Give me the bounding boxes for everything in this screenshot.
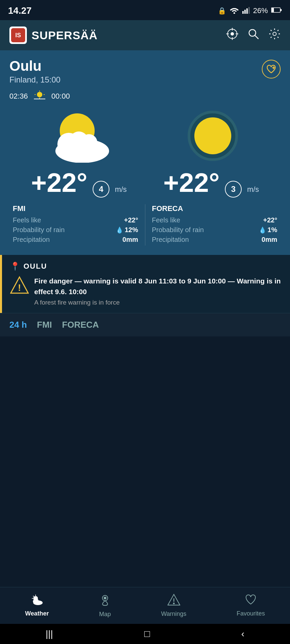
android-nav: ||| □ ‹ bbox=[0, 624, 290, 644]
partly-cloudy-icon bbox=[47, 109, 114, 163]
temp-row: +22° 4 m/s +22° 3 m/s bbox=[9, 169, 281, 198]
location-icon[interactable] bbox=[226, 28, 238, 43]
nav-warnings[interactable]: Warnings bbox=[161, 594, 186, 618]
fmi-rain-value: 💧 12% bbox=[116, 226, 138, 234]
foreca-feels-value: +22° bbox=[263, 216, 277, 224]
svg-point-43 bbox=[173, 603, 174, 604]
svg-line-35 bbox=[33, 596, 34, 597]
foreca-precip-value: 0mm bbox=[261, 236, 277, 244]
warning-subtitle: A forest fire warning is in force bbox=[34, 299, 282, 306]
foreca-rain-value: 💧 1% bbox=[259, 226, 277, 234]
tab-foreca[interactable]: FORECA bbox=[62, 320, 109, 330]
weather-nav-label: Weather bbox=[25, 610, 49, 617]
foreca-source-name: FORECA bbox=[152, 204, 278, 213]
svg-point-0 bbox=[233, 12, 235, 14]
sun-ring bbox=[188, 111, 238, 161]
sun-inner bbox=[194, 117, 231, 154]
clear-sky-icon bbox=[183, 109, 243, 163]
map-nav-icon bbox=[100, 593, 110, 609]
svg-point-14 bbox=[249, 30, 256, 36]
left-wind-unit: m/s bbox=[115, 185, 127, 194]
warnings-nav-icon bbox=[167, 594, 180, 608]
svg-point-38 bbox=[35, 599, 39, 602]
android-recent-btn[interactable]: ||| bbox=[46, 629, 53, 639]
settings-icon[interactable] bbox=[269, 28, 281, 43]
svg-point-19 bbox=[37, 92, 42, 97]
city-subtitle: Finland, 15:00 bbox=[9, 75, 60, 85]
svg-line-15 bbox=[255, 36, 258, 39]
fmi-drop-icon: 💧 bbox=[116, 226, 123, 234]
wifi-icon bbox=[230, 6, 239, 15]
logo-icon: IS bbox=[9, 26, 27, 44]
left-temp: +22° bbox=[31, 169, 87, 196]
forecast-tabs: 24 h FMI FORECA bbox=[0, 313, 290, 336]
sunrise-icon bbox=[33, 90, 46, 102]
favourites-nav-icon bbox=[245, 594, 257, 608]
svg-rect-1 bbox=[242, 11, 244, 14]
svg-rect-7 bbox=[280, 9, 282, 11]
svg-rect-6 bbox=[272, 8, 274, 12]
app-header: IS SUPERSÄÄ bbox=[0, 20, 290, 50]
foreca-drop-icon: 💧 bbox=[259, 226, 266, 234]
fmi-details: FMI Feels like +22° Probability of rain … bbox=[13, 204, 138, 246]
tab-24h[interactable]: 24 h bbox=[9, 320, 37, 330]
warning-content: ! Fire danger — warning is valid 8 Jun 1… bbox=[10, 276, 282, 306]
fmi-feels-row: Feels like +22° bbox=[13, 216, 138, 224]
logo-letters: IS bbox=[11, 28, 25, 42]
bottom-nav: Weather Map Warnings Favourites bbox=[0, 587, 290, 624]
status-time: 14.27 bbox=[8, 5, 32, 16]
svg-text:!: ! bbox=[18, 282, 21, 293]
nav-favourites[interactable]: Favourites bbox=[237, 594, 265, 617]
favourites-nav-label: Favourites bbox=[237, 610, 265, 617]
daylight-start: 02:36 bbox=[9, 92, 28, 101]
svg-rect-4 bbox=[248, 7, 250, 14]
daylight-end: 00:00 bbox=[51, 92, 70, 101]
svg-point-29 bbox=[81, 134, 97, 151]
sim-icon: 🔒 bbox=[218, 7, 226, 15]
tab-fmi[interactable]: FMI bbox=[37, 320, 62, 330]
app-title: SUPERSÄÄ bbox=[32, 29, 98, 42]
svg-point-16 bbox=[273, 32, 276, 36]
signal-icon bbox=[242, 6, 250, 15]
fmi-feels-value: +22° bbox=[124, 216, 138, 224]
map-nav-label: Map bbox=[99, 611, 111, 618]
right-temp-section: +22° 3 m/s bbox=[163, 169, 259, 198]
fmi-precip-label: Precipitation bbox=[13, 236, 50, 244]
warning-triangle-icon: ! bbox=[10, 276, 29, 294]
foreca-details: FORECA Feels like +22° Probability of ra… bbox=[152, 204, 278, 246]
foreca-rain-label: Probability of rain bbox=[152, 226, 204, 234]
warning-text-block: Fire danger — warning is valid 8 Jun 11:… bbox=[34, 276, 282, 306]
fmi-rain-row: Probability of rain 💧 12% bbox=[13, 226, 138, 234]
warning-location: 📍 OULU bbox=[10, 262, 282, 271]
svg-point-9 bbox=[231, 33, 234, 35]
battery-icon bbox=[271, 7, 282, 15]
status-icons: 🔒 26% bbox=[218, 6, 282, 15]
search-icon[interactable] bbox=[248, 28, 259, 42]
logo-area: IS SUPERSÄÄ bbox=[9, 26, 98, 44]
right-wind-unit: m/s bbox=[247, 185, 259, 194]
svg-point-40 bbox=[104, 597, 106, 599]
fmi-feels-label: Feels like bbox=[13, 216, 41, 224]
left-wind-badge: 4 bbox=[93, 181, 109, 198]
main-weather: Oulu Finland, 15:00 02:36 00:00 bbox=[0, 50, 290, 255]
location-info: Oulu Finland, 15:00 bbox=[9, 58, 60, 85]
daylight-row: 02:36 00:00 bbox=[9, 90, 281, 102]
right-temp: +22° bbox=[163, 169, 220, 196]
foreca-feels-label: Feels like bbox=[152, 216, 180, 224]
pin-icon: 📍 bbox=[10, 262, 20, 271]
android-back-btn[interactable]: ‹ bbox=[241, 629, 244, 639]
favorite-button[interactable] bbox=[262, 60, 281, 78]
nav-map[interactable]: Map bbox=[99, 593, 111, 618]
foreca-feels-row: Feels like +22° bbox=[152, 216, 278, 224]
fmi-precip-value: 0mm bbox=[123, 236, 138, 244]
left-temp-section: +22° 4 m/s bbox=[31, 169, 127, 198]
weather-icons-row bbox=[9, 109, 281, 163]
nav-weather[interactable]: Weather bbox=[25, 594, 49, 617]
foreca-precip-row: Precipitation 0mm bbox=[152, 236, 278, 244]
warning-banner: 📍 OULU ! Fire danger — warning is valid … bbox=[0, 255, 290, 313]
city-name: Oulu bbox=[9, 58, 60, 74]
android-home-btn[interactable]: □ bbox=[144, 629, 150, 639]
foreca-precip-label: Precipitation bbox=[152, 236, 189, 244]
warning-city: OULU bbox=[23, 262, 47, 271]
fmi-source-name: FMI bbox=[13, 204, 138, 213]
